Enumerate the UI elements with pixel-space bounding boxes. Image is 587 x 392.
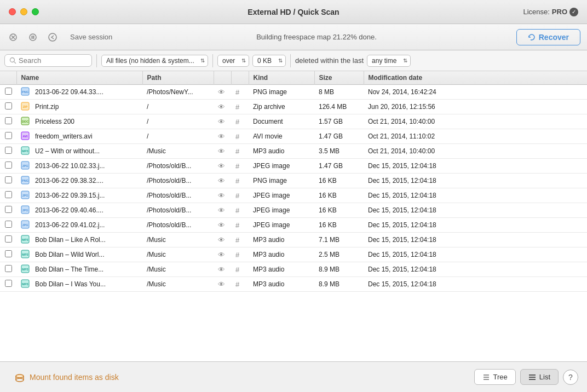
row-hash-10[interactable]: #	[231, 233, 249, 247]
time-filter-select[interactable]: any time	[367, 55, 411, 67]
checkbox-8[interactable]	[5, 206, 12, 213]
preview-icon-2[interactable]: 👁	[218, 118, 225, 126]
preview-icon-0[interactable]: 👁	[218, 88, 225, 96]
checkbox-11[interactable]	[5, 250, 12, 257]
th-path[interactable]: Path	[142, 71, 214, 85]
row-eye-3[interactable]: 👁	[214, 129, 231, 144]
th-size[interactable]: Size	[314, 71, 364, 85]
hash-icon-8[interactable]: #	[235, 206, 239, 215]
row-checkbox-10[interactable]	[0, 233, 16, 247]
row-hash-3[interactable]: #	[231, 129, 249, 144]
row-eye-0[interactable]: 👁	[214, 85, 231, 100]
preview-icon-6[interactable]: 👁	[218, 177, 225, 185]
license-chevron-icon[interactable]: ✓	[569, 8, 578, 16]
row-hash-7[interactable]: #	[231, 188, 249, 203]
row-checkbox-3[interactable]	[0, 129, 16, 144]
checkbox-10[interactable]	[5, 235, 12, 243]
row-eye-4[interactable]: 👁	[214, 144, 231, 159]
list-view-button[interactable]: List	[520, 369, 559, 385]
row-checkbox-2[interactable]	[0, 114, 16, 129]
preview-icon-9[interactable]: 👁	[218, 221, 225, 229]
search-box[interactable]	[4, 54, 92, 67]
hash-icon-1[interactable]: #	[235, 103, 239, 111]
preview-icon-5[interactable]: 👁	[218, 162, 225, 170]
hash-icon-11[interactable]: #	[235, 251, 239, 259]
row-checkbox-7[interactable]	[0, 188, 16, 203]
pause-button[interactable]	[26, 31, 39, 44]
row-hash-6[interactable]: #	[231, 174, 249, 188]
file-filter-select[interactable]: All files (no hidden & system...	[101, 55, 208, 67]
checkbox-3[interactable]	[5, 132, 12, 139]
back-button[interactable]	[46, 31, 59, 44]
row-checkbox-0[interactable]	[0, 85, 16, 100]
row-hash-13[interactable]: #	[231, 277, 249, 292]
search-input[interactable]	[19, 56, 84, 65]
row-hash-8[interactable]: #	[231, 203, 249, 218]
row-eye-2[interactable]: 👁	[214, 114, 231, 129]
row-eye-8[interactable]: 👁	[214, 203, 231, 218]
preview-icon-12[interactable]: 👁	[218, 266, 225, 274]
close-button[interactable]	[7, 31, 20, 44]
save-session-button[interactable]: Save session	[66, 31, 117, 43]
hash-icon-4[interactable]: #	[235, 147, 239, 155]
row-eye-9[interactable]: 👁	[214, 218, 231, 233]
hash-icon-7[interactable]: #	[235, 192, 239, 200]
checkbox-9[interactable]	[5, 221, 12, 228]
size-filter-over-wrap[interactable]: over	[217, 55, 249, 67]
hash-icon-12[interactable]: #	[235, 266, 239, 274]
preview-icon-11[interactable]: 👁	[218, 251, 225, 259]
row-eye-11[interactable]: 👁	[214, 247, 231, 262]
row-hash-12[interactable]: #	[231, 262, 249, 277]
checkbox-12[interactable]	[5, 265, 12, 272]
hash-icon-3[interactable]: #	[235, 132, 239, 141]
hash-icon-9[interactable]: #	[235, 221, 239, 229]
checkbox-4[interactable]	[5, 147, 12, 154]
row-eye-12[interactable]: 👁	[214, 262, 231, 277]
row-hash-9[interactable]: #	[231, 218, 249, 233]
size-filter-kb-select[interactable]: 0 KB	[252, 55, 286, 67]
minimize-window-button[interactable]	[20, 8, 27, 15]
row-checkbox-9[interactable]	[0, 218, 16, 233]
hash-icon-10[interactable]: #	[235, 236, 239, 244]
row-checkbox-13[interactable]	[0, 277, 16, 292]
checkbox-5[interactable]	[5, 162, 12, 169]
row-hash-2[interactable]: #	[231, 114, 249, 129]
mount-disk-button[interactable]: Mount found items as disk	[9, 368, 124, 386]
hash-icon-2[interactable]: #	[235, 118, 239, 126]
hash-icon-0[interactable]: #	[235, 88, 239, 96]
row-eye-13[interactable]: 👁	[214, 277, 231, 292]
hash-icon-5[interactable]: #	[235, 162, 239, 170]
maximize-window-button[interactable]	[32, 8, 39, 15]
checkbox-7[interactable]	[5, 191, 12, 198]
checkbox-1[interactable]	[5, 102, 12, 109]
row-checkbox-8[interactable]	[0, 203, 16, 218]
preview-icon-8[interactable]: 👁	[218, 206, 225, 215]
checkbox-6[interactable]	[5, 176, 12, 183]
th-name[interactable]: Name	[16, 71, 142, 85]
size-filter-over-select[interactable]: over	[217, 55, 249, 67]
row-hash-11[interactable]: #	[231, 247, 249, 262]
row-checkbox-6[interactable]	[0, 174, 16, 188]
hash-icon-6[interactable]: #	[235, 177, 239, 185]
row-eye-1[interactable]: 👁	[214, 100, 231, 114]
row-checkbox-12[interactable]	[0, 262, 16, 277]
row-hash-1[interactable]: #	[231, 100, 249, 114]
row-hash-0[interactable]: #	[231, 85, 249, 100]
recover-button[interactable]: Recover	[516, 29, 580, 45]
row-checkbox-4[interactable]	[0, 144, 16, 159]
row-eye-5[interactable]: 👁	[214, 159, 231, 174]
size-filter-kb-wrap[interactable]: 0 KB	[252, 55, 286, 67]
row-checkbox-5[interactable]	[0, 159, 16, 174]
preview-icon-10[interactable]: 👁	[218, 236, 225, 244]
preview-icon-13[interactable]: 👁	[218, 280, 225, 289]
row-hash-4[interactable]: #	[231, 144, 249, 159]
checkbox-0[interactable]	[5, 88, 12, 95]
row-hash-5[interactable]: #	[231, 159, 249, 174]
preview-icon-1[interactable]: 👁	[218, 103, 225, 111]
row-eye-7[interactable]: 👁	[214, 188, 231, 203]
tree-view-button[interactable]: Tree	[474, 369, 516, 385]
preview-icon-3[interactable]: 👁	[218, 132, 225, 141]
hash-icon-13[interactable]: #	[235, 280, 239, 289]
help-button[interactable]: ?	[563, 370, 578, 385]
file-filter-wrap[interactable]: All files (no hidden & system...	[101, 55, 208, 67]
